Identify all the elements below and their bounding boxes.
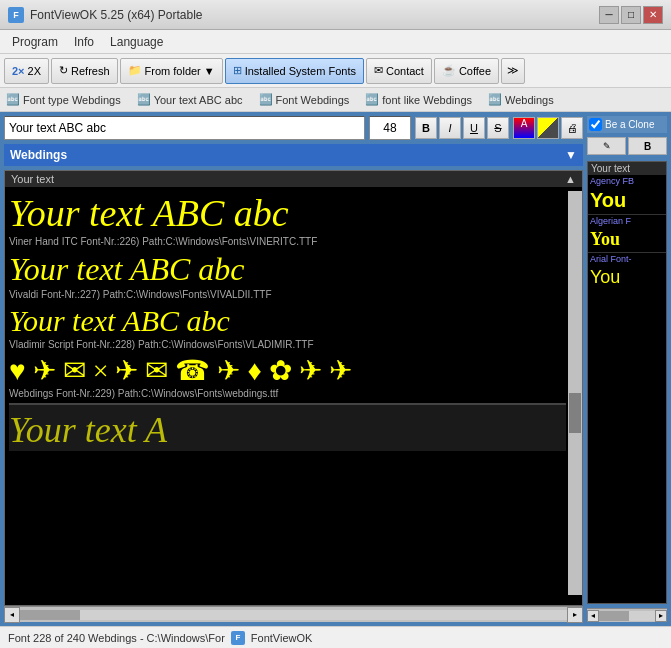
title-bar: F FontViewOK 5.25 (x64) Portable ─ □ ✕: [0, 0, 671, 30]
preview-panel: Your text ▲ Your text ABC abc Viner Hand…: [4, 170, 583, 606]
hint-font-like: 🔤 font like Webdings: [365, 93, 472, 106]
font-preview-vivaldi: Your text ABC abc Vivaldi Font-Nr.:227) …: [9, 251, 566, 300]
print-button[interactable]: 🖨: [561, 117, 583, 139]
viner-info-text: Viner Hand ITC Font-Nr.:226) Path:C:\Win…: [9, 236, 566, 247]
hint-font-icon: 🔤: [259, 93, 273, 106]
arial-font-name: Arial Font-: [588, 253, 666, 265]
hint-webdings-icon: 🔤: [488, 93, 502, 106]
hint-your-text: 🔤 Your text ABC abc: [137, 93, 243, 106]
italic-button[interactable]: I: [439, 117, 461, 139]
preview-header: Your text ▲: [5, 171, 582, 187]
hint-font-label: Font Webdings: [276, 94, 350, 106]
underline-button[interactable]: U: [463, 117, 485, 139]
title-bar-controls: ─ □ ✕: [599, 6, 663, 24]
clone-label: Be a Clone: [605, 119, 654, 130]
folder-icon: 📁: [128, 64, 142, 77]
main-area: B I U S A 🖨 Webdings ▼ Your text ▲: [0, 112, 671, 626]
preview-collapse-icon[interactable]: ▲: [565, 173, 576, 185]
scroll-right-button[interactable]: ▸: [567, 607, 583, 623]
contact-icon: ✉: [374, 64, 383, 77]
vladimir-sample-text: Your text ABC abc: [9, 304, 566, 338]
zoom-label: 2X: [28, 65, 41, 77]
right-preview-header: Your text: [588, 162, 666, 175]
clone-checkbox[interactable]: [589, 118, 602, 131]
refresh-button[interactable]: ↻ Refresh: [51, 58, 118, 84]
scroll-thumb[interactable]: [569, 393, 581, 433]
agency-preview-text: You: [588, 187, 666, 214]
h-scroll-thumb: [20, 610, 80, 620]
algerian-preview-text: You: [588, 227, 666, 252]
menu-info[interactable]: Info: [66, 33, 102, 51]
right-scroll-left-button[interactable]: ◂: [587, 610, 599, 622]
status-text: Font 228 of 240 Webdings - C:\Windows\Fo…: [8, 632, 225, 644]
font-dropdown[interactable]: Webdings ▼: [4, 144, 583, 166]
right-font-agency: Agency FB You: [588, 175, 666, 214]
algerian-font-name: Algerian F: [588, 215, 666, 227]
strikethrough-button[interactable]: S: [487, 117, 509, 139]
coffee-label: Coffee: [459, 65, 491, 77]
input-row: B I U S A 🖨: [4, 116, 583, 140]
scroll-left-button[interactable]: ◂: [4, 607, 20, 623]
installed-icon: ⊞: [233, 64, 242, 77]
refresh-icon: ↻: [59, 64, 68, 77]
size-input[interactable]: [369, 116, 411, 140]
right-panel: Be a Clone ✎ B Your text Agency FB You A…: [587, 116, 667, 622]
right-h-scroll[interactable]: ◂ ▸: [587, 608, 667, 622]
app-icon: F: [8, 7, 24, 23]
status-app-icon: F: [231, 631, 245, 645]
arial-preview-text: You: [588, 265, 666, 290]
minimize-button[interactable]: ─: [599, 6, 619, 24]
extra-button[interactable]: ≫: [501, 58, 525, 84]
hint-type-icon: 🔤: [6, 93, 20, 106]
installed-fonts-label: Installed System Fonts: [245, 65, 356, 77]
font-preview-vladimir: Your text ABC abc Vladimir Script Font-N…: [9, 304, 566, 350]
menu-program[interactable]: Program: [4, 33, 66, 51]
bold-button[interactable]: B: [415, 117, 437, 139]
font-preview-webdings: ♥ ✈ ✉ × ✈ ✉ ☎ ✈ ♦ ✿ ✈ ✈ Webdings Font-Nr…: [9, 354, 566, 399]
agency-font-name: Agency FB: [588, 175, 666, 187]
vivaldi-info-text: Vivaldi Font-Nr.:227) Path:C:\Windows\Fo…: [9, 289, 566, 300]
refresh-label: Refresh: [71, 65, 110, 77]
hint-like-label: font like Webdings: [382, 94, 472, 106]
installed-fonts-button[interactable]: ⊞ Installed System Fonts: [225, 58, 364, 84]
menu-language[interactable]: Language: [102, 33, 171, 51]
text-input[interactable]: [4, 116, 365, 140]
font-preview-partial: Your text A: [9, 403, 566, 451]
coffee-button[interactable]: ☕ Coffee: [434, 58, 499, 84]
zoom-icon: 2×: [12, 65, 25, 77]
hints-bar: 🔤 Font type Webdings 🔤 Your text ABC abc…: [0, 88, 671, 112]
bg-color-swatch[interactable]: [537, 117, 559, 139]
text-color-swatch[interactable]: A: [513, 117, 535, 139]
preview-scrollbar[interactable]: [568, 191, 582, 595]
right-scroll-right-button[interactable]: ▸: [655, 610, 667, 622]
dropdown-chevron-icon: ▼: [565, 148, 577, 162]
right-h-scroll-track: [599, 611, 655, 621]
maximize-button[interactable]: □: [621, 6, 641, 24]
menu-bar: Program Info Language: [0, 30, 671, 54]
right-edit-button[interactable]: ✎: [587, 137, 626, 155]
partial-sample-text: Your text A: [9, 409, 566, 451]
status-app-name: FontViewOK: [251, 632, 313, 644]
contact-button[interactable]: ✉ Contact: [366, 58, 432, 84]
clone-checkbox-row[interactable]: Be a Clone: [587, 116, 667, 133]
dropdown-arrow-icon: ▼: [204, 65, 215, 77]
status-bar: Font 228 of 240 Webdings - C:\Windows\Fo…: [0, 626, 671, 648]
font-dropdown-value: Webdings: [10, 148, 67, 162]
preview-content[interactable]: Your text ABC abc Viner Hand ITC Font-Nr…: [5, 187, 582, 601]
contact-label: Contact: [386, 65, 424, 77]
zoom-2x-button[interactable]: 2× 2X: [4, 58, 49, 84]
webdings-info-text: Webdings Font-Nr.:229) Path:C:\Windows\F…: [9, 388, 566, 399]
right-bold-button[interactable]: B: [628, 137, 667, 155]
font-preview-viner: Your text ABC abc Viner Hand ITC Font-Nr…: [9, 191, 566, 247]
close-button[interactable]: ✕: [643, 6, 663, 24]
hint-webdings-label: Webdings: [505, 94, 554, 106]
from-folder-button[interactable]: 📁 From folder ▼: [120, 58, 223, 84]
right-preview-panel: Your text Agency FB You Algerian F You A…: [587, 161, 667, 604]
h-scroll-track: [20, 610, 567, 620]
vladimir-info-text: Vladimir Script Font-Nr.:228) Path:C:\Wi…: [9, 339, 566, 350]
from-folder-label: From folder: [145, 65, 201, 77]
viner-sample-text: Your text ABC abc: [9, 191, 566, 235]
right-h-scroll-thumb: [599, 611, 629, 621]
h-scroll[interactable]: ◂ ▸: [4, 606, 583, 622]
right-font-arial: Arial Font- You: [588, 252, 666, 290]
